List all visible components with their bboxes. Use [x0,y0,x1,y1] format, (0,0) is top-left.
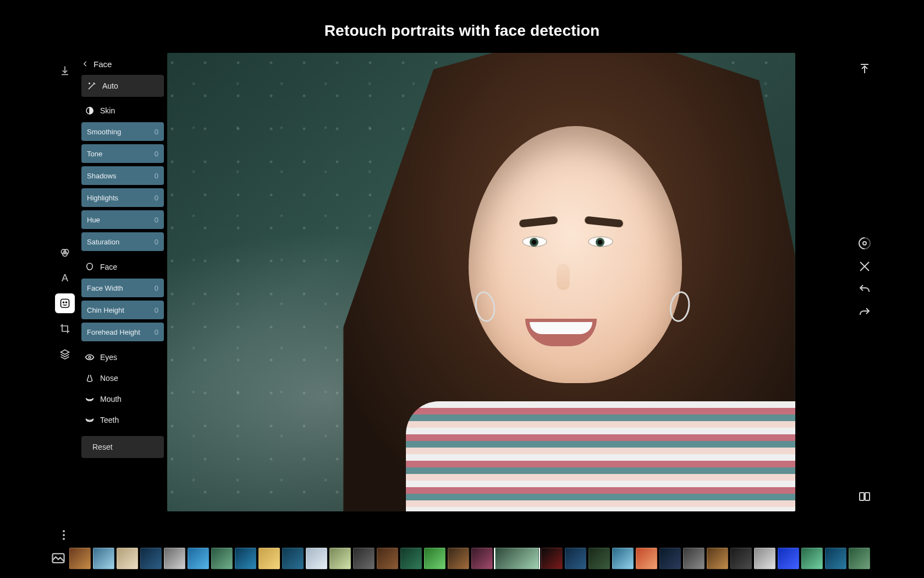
thumbnail[interactable] [683,548,705,569]
thumbnail[interactable] [93,548,114,569]
thumbnail[interactable] [730,548,752,569]
thumbnail[interactable] [188,548,209,569]
thumbnail[interactable] [849,548,870,569]
slider-value: 0 [155,150,158,158]
thumbnail[interactable] [353,548,375,569]
thumbnail[interactable] [211,548,233,569]
thumbnail[interactable] [235,548,256,569]
thumbnail[interactable] [541,548,563,569]
face-tool-icon[interactable] [55,293,75,313]
eyes-label: Eyes [100,353,117,362]
thumbnail[interactable] [565,548,586,569]
slider-saturation[interactable]: Saturation 0 [81,232,164,251]
thumbnail[interactable] [471,548,493,569]
chevron-left-icon [81,60,89,68]
nose-section[interactable]: Nose [81,368,164,389]
thumbnail[interactable] [282,548,304,569]
mouth-label: Mouth [100,395,122,403]
heal-icon[interactable] [858,260,871,273]
portrait-shirt [406,401,795,511]
svg-point-5 [66,302,67,303]
thumbnail[interactable] [659,548,681,569]
slider-value: 0 [155,328,158,336]
teeth-section[interactable]: Teeth [81,410,164,430]
slider-label: Face Width [87,284,123,292]
face-outline-icon [85,262,95,272]
filmstrip [51,545,873,571]
thumbnail[interactable] [140,548,162,569]
tool-rail-right [853,61,877,503]
more-icon[interactable] [57,528,70,542]
thumbnail[interactable] [448,548,469,569]
image-canvas[interactable] [167,53,795,511]
slider-value: 0 [155,172,158,180]
slider-value: 0 [155,128,158,136]
thumbnail-strip [69,548,873,569]
slider-shadows[interactable]: Shadows 0 [81,166,164,185]
thumbnail[interactable] [258,548,280,569]
face-sliders: Face Width 0 Chin Height 0 Forehead Heig… [81,279,164,341]
svg-point-11 [63,530,65,532]
slider-label: Forehead Height [87,328,140,336]
filters-icon[interactable] [55,243,75,263]
thumbnail[interactable] [588,548,610,569]
thumbnail[interactable] [306,548,327,569]
slider-highlights[interactable]: Highlights 0 [81,188,164,207]
slider-value: 0 [155,284,158,292]
teeth-icon [85,415,95,425]
undo-icon[interactable] [858,283,871,296]
thumbnail[interactable] [612,548,634,569]
thumbnail[interactable] [754,548,776,569]
face-section[interactable]: Face [81,257,164,277]
radial-icon[interactable] [858,237,871,250]
slider-label: Saturation [87,238,119,246]
thumbnail[interactable] [424,548,446,569]
wand-icon [87,81,97,91]
thumbnail[interactable] [400,548,422,569]
gallery-icon[interactable] [51,550,66,566]
thumbnail[interactable] [329,548,351,569]
skin-label: Skin [100,106,115,115]
crop-icon[interactable] [55,319,75,339]
svg-rect-3 [61,299,69,308]
slider-value: 0 [155,194,158,202]
download-icon[interactable] [55,61,75,80]
text-icon[interactable]: A [55,268,75,288]
svg-point-7 [89,356,91,358]
face-label: Face [100,263,117,271]
layers-icon[interactable] [55,344,75,364]
portrait-teeth [530,322,592,334]
auto-button[interactable]: Auto [81,75,164,97]
slider-face-width[interactable]: Face Width 0 [81,279,164,297]
thumbnail[interactable] [636,548,657,569]
thumbnail[interactable] [69,548,91,569]
slider-tone[interactable]: Tone 0 [81,144,164,163]
slider-forehead-height[interactable]: Forehead Height 0 [81,323,164,341]
svg-rect-9 [860,493,864,500]
thumbnail[interactable] [377,548,398,569]
panel-title: Face [94,59,112,69]
compare-icon[interactable] [858,490,871,503]
reset-button[interactable]: Reset [81,436,164,458]
slider-value: 0 [155,306,158,314]
slider-chin-height[interactable]: Chin Height 0 [81,301,164,319]
redo-icon[interactable] [858,306,871,319]
thumbnail[interactable] [164,548,185,569]
slider-smoothing[interactable]: Smoothing 0 [81,122,164,141]
thumbnail[interactable] [825,548,846,569]
panel-back[interactable]: Face [81,53,164,75]
thumbnail[interactable] [778,548,799,569]
teeth-label: Teeth [100,416,119,424]
svg-point-4 [63,302,64,303]
eyes-section[interactable]: Eyes [81,347,164,368]
mouth-section[interactable]: Mouth [81,389,164,410]
thumbnail[interactable] [117,548,138,569]
thumbnail[interactable] [801,548,823,569]
export-icon[interactable] [858,62,871,75]
skin-sliders: Smoothing 0 Tone 0 Shadows 0 Highlights … [81,122,164,251]
skin-section[interactable]: Skin [81,100,164,121]
thumbnail[interactable] [707,548,728,569]
eye-icon [85,352,95,362]
slider-hue[interactable]: Hue 0 [81,210,164,229]
thumbnail[interactable] [495,548,539,569]
